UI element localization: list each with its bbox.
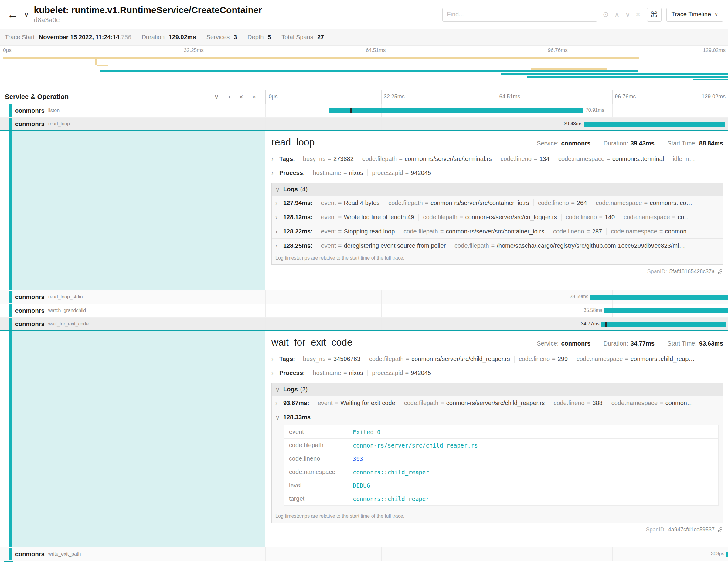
process-pill: process.pid=942045 [368, 370, 435, 376]
log-field-pill: code.filepath=conmon-rs/server/src/conta… [384, 199, 534, 206]
log-entry-expanded[interactable]: ∨ 128.33ms [272, 410, 723, 424]
process-pill: host.name=nixos [309, 169, 368, 176]
collapse-one-icon[interactable]: ∨ [214, 94, 219, 100]
collapse-header-chevron-icon[interactable]: ∨ [24, 10, 29, 19]
span-timeline-cell[interactable]: 39.69ms [265, 290, 728, 304]
log-field-pill: code.filepath=conmon-rs/server/src/cri_l… [419, 214, 561, 221]
next-result-icon[interactable]: ∨ [625, 11, 631, 18]
duration-value: 39.43ms [631, 140, 655, 147]
log-field-pill: code.namespace=conmon… [607, 228, 697, 235]
process-accordion[interactable]: › Process: host.name=nixosprocess.pid=94… [271, 166, 723, 180]
log-field-row: code.lineno 393 [284, 452, 719, 465]
start-time-label: Start Time: [667, 340, 697, 347]
tag-pill: code.lineno=134 [496, 155, 554, 162]
chevron-right-icon: › [271, 356, 279, 363]
locate-icon[interactable]: ⊙ [603, 11, 609, 18]
span-row-read-loop[interactable]: conmonrs read_loop 39.43ms [0, 118, 728, 131]
span-name-cell[interactable]: conmonrs watch_grandchild [0, 304, 265, 317]
tags-label: Tags: [279, 356, 295, 363]
span-name-cell[interactable]: conmonrs wait_for_exit_code [0, 318, 265, 330]
span-table-header: Service & Operation ∨ › » » 0μs32.25ms64… [0, 90, 728, 104]
span-timeline-cell[interactable]: 35.58ms [265, 304, 728, 317]
prev-result-icon[interactable]: ∧ [614, 11, 620, 18]
detail-left-gutter [0, 331, 265, 547]
logs-section: ∨ Logs (4) › 127.94ms: event=Read 4 byte… [271, 183, 723, 265]
logs-accordion-header[interactable]: ∨ Logs (4) [272, 183, 723, 196]
log-entry[interactable]: › 128.25ms: event=deregistering event so… [272, 239, 723, 253]
span-timeline-cell[interactable]: 303μs [265, 547, 728, 561]
clear-search-icon[interactable]: × [636, 11, 640, 18]
span-row-write-exit-path[interactable]: conmonrs write_exit_path 303μs [0, 547, 728, 561]
duration-value: 34.77ms [631, 340, 655, 347]
span-bar[interactable] [601, 322, 726, 327]
span-bar[interactable] [590, 295, 728, 300]
span-bar[interactable] [604, 308, 728, 313]
span-row-listen[interactable]: conmonrs listen 70.91ms [0, 104, 728, 118]
span-timeline-cell[interactable]: 70.91ms [265, 104, 728, 117]
chevron-right-icon: › [275, 214, 283, 221]
logs-title: Logs [283, 386, 298, 393]
span-detail-wait-for-exit-code: wait_for_exit_code Service:conmonrs Dura… [0, 331, 728, 547]
process-accordion[interactable]: › Process: host.name=nixosprocess.pid=94… [271, 366, 723, 380]
span-row-watch-grandchild[interactable]: conmonrs watch_grandchild 35.58ms [0, 304, 728, 318]
operation-name: watch_grandchild [48, 308, 86, 313]
link-icon[interactable] [717, 269, 723, 275]
span-name-cell[interactable]: conmonrs read_loop [0, 118, 265, 130]
span-id-label: SpanID: [647, 268, 667, 275]
duration-label: Duration: [604, 340, 628, 347]
tags-accordion[interactable]: › Tags: busy_ns=34506763code.filepath=co… [271, 352, 723, 366]
log-entry[interactable]: › 127.94ms: event=Read 4 bytescode.filep… [272, 196, 723, 210]
summary-item: Total Spans 27 [281, 34, 324, 41]
selection-highlight [9, 131, 265, 290]
span-name-cell[interactable]: conmonrs read_loop_stdin [0, 290, 265, 304]
trace-id: d8a3a0c [34, 16, 262, 24]
span-id-value: 5faf48165428c37a [669, 268, 715, 275]
expand-one-icon[interactable]: › [228, 94, 230, 100]
view-selector-button[interactable]: Trace Timeline ∨ [666, 8, 723, 22]
logs-note: Log timestamps are relative to the start… [272, 511, 723, 523]
chevron-right-icon: › [275, 228, 283, 235]
collapse-all-icon[interactable]: » [238, 95, 245, 98]
service-name: conmonrs [15, 294, 45, 301]
timeline-tick-label: 0μs [269, 94, 277, 100]
timeline-tick-label: 32.25ms [384, 94, 405, 100]
span-bar[interactable] [584, 122, 725, 127]
logs-accordion-header[interactable]: ∨ Logs (2) [272, 383, 723, 396]
back-button[interactable]: ← [0, 9, 24, 20]
tags-accordion[interactable]: › Tags: busy_ns=273882code.filepath=conm… [271, 152, 723, 166]
service-color-strip [9, 304, 12, 317]
tag-pill: code.namespace=conmonrs::child_reap… [572, 356, 699, 363]
summary-label: Trace Start [5, 34, 35, 40]
log-entry[interactable]: › 128.22ms: event=Stopping read loopcode… [272, 224, 723, 239]
timeline-minimap[interactable] [0, 54, 728, 84]
logs-section: ∨ Logs (2) › 93.87ms: event=Waiting for … [271, 383, 723, 523]
span-bar[interactable] [726, 552, 728, 557]
span-row-read-loop-stdin[interactable]: conmonrs read_loop_stdin 39.69ms [0, 290, 728, 304]
operation-name: listen [48, 108, 60, 113]
log-field-value: 393 [348, 452, 719, 465]
log-marker [605, 322, 607, 327]
process-label: Process: [279, 169, 305, 176]
span-timeline-cell[interactable]: 39.43ms [265, 118, 728, 130]
summary-label: Services [206, 34, 230, 40]
log-entry[interactable]: › 93.87ms: event=Waiting for exit codeco… [272, 396, 723, 410]
summary-value: 5 [268, 34, 271, 40]
span-name-cell[interactable]: conmonrs listen [0, 104, 265, 117]
minimap-span-segment [100, 70, 638, 72]
span-timeline-cell[interactable]: 34.77ms [265, 318, 728, 330]
find-input[interactable] [442, 8, 597, 22]
jaeger-trace-view: ← ∨ kubelet: runtime.v1.RuntimeService/C… [0, 0, 728, 562]
process-pill: host.name=nixos [309, 370, 368, 376]
start-time-value: 93.63ms [699, 340, 723, 347]
span-row-wait-for-exit-code[interactable]: conmonrs wait_for_exit_code 34.77ms [0, 318, 728, 331]
summary-label: Depth [247, 34, 264, 40]
title-block: kubelet: runtime.v1.RuntimeService/Creat… [34, 5, 262, 24]
summary-label: Duration [141, 34, 165, 40]
expand-all-icon[interactable]: » [252, 94, 256, 100]
span-duration-label: 303μs [711, 551, 724, 557]
span-name-cell[interactable]: conmonrs write_exit_path [0, 547, 265, 561]
link-icon[interactable] [717, 527, 723, 533]
keyboard-shortcuts-button[interactable]: ⌘ [647, 8, 662, 22]
span-bar[interactable] [329, 108, 583, 113]
log-entry[interactable]: › 128.12ms: event=Wrote log line of leng… [272, 210, 723, 224]
